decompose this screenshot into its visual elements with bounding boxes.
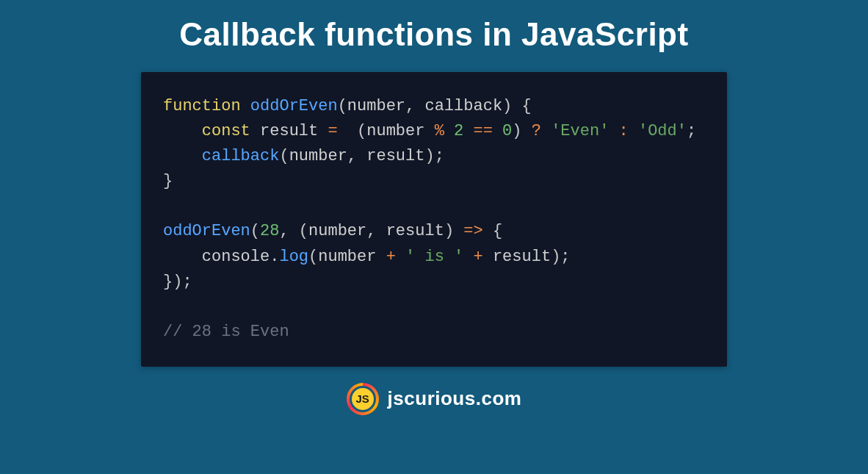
brand: JS jscurious.com (347, 383, 522, 415)
code-token: ); (551, 248, 570, 266)
code-token: : (619, 122, 629, 140)
code-token: ( (250, 222, 260, 240)
code-token (318, 122, 328, 140)
code-token: }); (163, 273, 192, 291)
code-token: number (289, 147, 347, 165)
code-token (483, 248, 493, 266)
code-token: + (386, 248, 396, 266)
code-token: function (163, 97, 250, 115)
code-token: number (347, 97, 405, 115)
brand-logo-icon: JS (347, 383, 379, 415)
code-token: % (435, 122, 444, 140)
code-token: ; (687, 122, 696, 140)
code-token: ) { (502, 97, 532, 115)
code-token: number (318, 248, 376, 266)
code-token: + (474, 248, 483, 266)
code-token: ( (279, 147, 289, 165)
code-token: console (202, 248, 270, 266)
code-token (376, 248, 386, 266)
code-token (463, 122, 473, 140)
code-token: , ( (279, 222, 308, 240)
code-block: function oddOrEven(number, callback) { c… (163, 94, 705, 345)
brand-domain: jscurious.com (388, 387, 522, 410)
code-token: 28 (260, 222, 279, 240)
code-token (424, 122, 434, 140)
code-token: , (366, 222, 386, 240)
code-token: ? (532, 122, 541, 140)
code-token: , (347, 147, 366, 165)
code-token (541, 122, 551, 140)
code-token: result (493, 248, 551, 266)
code-token (444, 122, 454, 140)
slide: Callback functions in JavaScript functio… (0, 0, 868, 474)
code-token: { (483, 222, 502, 240)
code-token (463, 248, 473, 266)
code-token (493, 122, 502, 140)
code-token: ( (338, 97, 347, 115)
code-token: callback (202, 147, 280, 165)
code-token: callback (424, 97, 502, 115)
code-token: oddOrEven (163, 222, 250, 240)
code-token: . (270, 248, 279, 266)
code-token: result (386, 222, 444, 240)
code-token: ( (308, 248, 318, 266)
code-token (629, 122, 638, 140)
code-token: number (308, 222, 366, 240)
code-token: result (366, 147, 424, 165)
code-token: result (260, 122, 318, 140)
code-token: oddOrEven (250, 97, 338, 115)
brand-logo-badge: JS (352, 388, 374, 410)
code-token: } (163, 172, 173, 190)
code-token: log (279, 248, 308, 266)
code-token: => (463, 222, 482, 240)
code-token: 2 (454, 122, 463, 140)
code-token: 'Odd' (638, 122, 687, 140)
code-token (609, 122, 618, 140)
code-token: , (405, 97, 424, 115)
code-token (396, 248, 405, 266)
code-token: ) (444, 222, 463, 240)
code-token: 'Even' (551, 122, 609, 140)
code-token: ); (424, 147, 444, 165)
code-token: == (474, 122, 493, 140)
code-token: 0 (502, 122, 512, 140)
code-token: ( (338, 122, 367, 140)
code-token: ' is ' (405, 248, 463, 266)
code-token: const (202, 122, 260, 140)
code-token: ) (512, 122, 531, 140)
page-title: Callback functions in JavaScript (179, 16, 688, 53)
code-token: // 28 is Even (163, 323, 289, 341)
code-card: function oddOrEven(number, callback) { c… (141, 72, 727, 367)
code-token: = (328, 122, 337, 140)
code-token: number (366, 122, 424, 140)
